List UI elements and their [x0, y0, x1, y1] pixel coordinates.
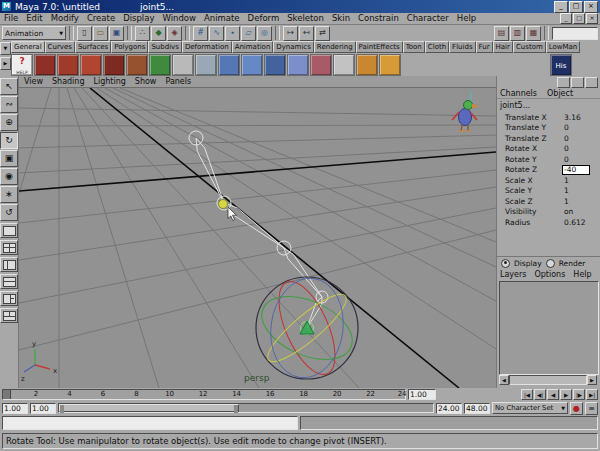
new-scene-icon[interactable]: ▯ — [77, 26, 92, 41]
channel-value-field[interactable]: 0 — [564, 123, 600, 132]
command-input[interactable] — [2, 416, 298, 430]
ik-effector-sphere[interactable] — [219, 200, 228, 209]
menu-skeleton[interactable]: Skeleton — [283, 13, 328, 24]
menu-set-dropdown[interactable]: Animation ▼ — [2, 26, 66, 40]
rotate-tool-icon[interactable]: ↻ — [0, 132, 18, 149]
panel-menu-show[interactable]: Show — [135, 77, 157, 87]
channel-node-name[interactable]: joint5... — [497, 100, 600, 112]
statusline-divider[interactable] — [185, 26, 190, 40]
shelf-item-icon[interactable] — [57, 54, 79, 76]
step-forward-button[interactable]: |▶ — [573, 389, 585, 400]
shelf-item-icon[interactable] — [172, 54, 194, 76]
shelf-item-icon[interactable] — [126, 54, 148, 76]
channel-name[interactable]: Rotate Y — [505, 155, 564, 164]
auto-keyframe-icon[interactable]: ● — [570, 402, 583, 415]
shelf-item-icon[interactable] — [264, 54, 286, 76]
menu-deform[interactable]: Deform — [244, 13, 284, 24]
go-to-end-button[interactable]: ▶| — [586, 389, 598, 400]
move-tool-icon[interactable]: ⊕ — [0, 114, 18, 131]
shelf-tab-polygons[interactable]: Polygons — [111, 41, 148, 53]
shelf-tab-cycle-icon[interactable]: ▶ — [0, 57, 11, 70]
channel-value-field[interactable]: 0 — [564, 155, 600, 164]
output-connections-icon[interactable]: ↤ — [299, 26, 314, 41]
play-forward-button[interactable]: ▶ — [560, 389, 572, 400]
shelf-item-icon[interactable] — [310, 54, 332, 76]
select-by-hierarchy-icon[interactable]: ∴ — [135, 26, 150, 41]
shelf-tab-dynamics[interactable]: Dynamics — [273, 41, 314, 53]
shelf-item-icon[interactable] — [103, 54, 125, 76]
channels-menu[interactable]: Channels — [500, 89, 537, 98]
channel-value-field[interactable]: 0 — [564, 134, 600, 143]
shelf-tab-hair[interactable]: Hair — [493, 41, 513, 53]
channel-name[interactable]: Translate X — [505, 113, 564, 122]
panel-menu-shading[interactable]: Shading — [52, 77, 85, 87]
shelf-tab-fur[interactable]: Fur — [476, 41, 493, 53]
layers-help-menu[interactable]: Help — [573, 270, 591, 279]
render-current-frame-icon[interactable]: ▤ — [494, 26, 509, 41]
menu-help[interactable]: Help — [453, 13, 480, 24]
shelf-item-icon[interactable] — [195, 54, 217, 76]
layers-menu[interactable]: Layers — [500, 270, 526, 279]
lasso-tool-icon[interactable]: ∾ — [0, 96, 18, 113]
range-end-handle[interactable] — [234, 405, 238, 413]
channel-value-field[interactable]: 0 — [564, 144, 600, 153]
menu-animate[interactable]: Animate — [200, 13, 244, 24]
channel-value-field[interactable]: 1 — [564, 197, 600, 206]
playback-start-field[interactable]: 1.00 — [30, 403, 56, 414]
channel-name[interactable]: Translate Z — [505, 134, 564, 143]
menu-character[interactable]: Character — [403, 13, 453, 24]
mdi-minimize-button[interactable]: _ — [560, 13, 572, 24]
scale-tool-icon[interactable]: ▣ — [0, 150, 18, 167]
shelf-tab-general[interactable]: General — [11, 41, 45, 53]
channel-name[interactable]: Translate Y — [505, 123, 564, 132]
channel-name[interactable]: Scale X — [505, 176, 564, 185]
statusline-divider[interactable] — [69, 26, 74, 40]
shelf-item-icon[interactable] — [80, 54, 102, 76]
channel-box-toggle-icon[interactable] — [585, 77, 598, 88]
skeleton-joint-chain[interactable] — [189, 131, 328, 328]
shelf-tab-lowman[interactable]: LowMan — [546, 41, 581, 53]
shelf-tab-deformation[interactable]: Deformation — [182, 41, 232, 53]
shelf-tab-cloth[interactable]: Cloth — [425, 41, 449, 53]
channel-value-field-editing[interactable]: -40 — [562, 165, 590, 175]
display-radio[interactable] — [501, 259, 510, 268]
channel-name[interactable]: Scale Y — [505, 186, 564, 195]
scrollbar-track[interactable] — [509, 375, 587, 385]
menu-display[interactable]: Display — [119, 13, 158, 24]
channel-name[interactable]: Radius — [505, 218, 564, 227]
shelf-tab-curves[interactable]: Curves — [45, 41, 75, 53]
animation-start-field[interactable]: 1.00 — [2, 403, 28, 414]
menu-create[interactable]: Create — [83, 13, 119, 24]
range-start-handle[interactable] — [60, 405, 64, 413]
animation-preferences-icon[interactable]: ≡ — [585, 402, 598, 415]
channel-name[interactable]: Rotate X — [505, 144, 564, 153]
statusline-divider[interactable] — [127, 26, 132, 40]
layout-single-pane-button[interactable] — [0, 223, 18, 238]
select-by-object-icon[interactable]: ◆ — [151, 26, 166, 41]
layer-list[interactable] — [499, 281, 599, 375]
object-menu[interactable]: Object — [547, 89, 573, 98]
step-back-button[interactable]: ◀| — [534, 389, 546, 400]
time-slider[interactable]: 2 4 6 8 10 12 14 16 18 20 22 24 — [2, 389, 406, 400]
shelf-item-icon[interactable] — [218, 54, 240, 76]
show-manipulator-tool-icon[interactable]: ∗ — [0, 186, 18, 203]
shelf-menu-icon[interactable]: ▼ — [0, 42, 11, 55]
channel-value-field[interactable]: 1 — [564, 186, 600, 195]
range-slider-track[interactable] — [58, 403, 434, 413]
play-backward-button[interactable]: ◀ — [547, 389, 559, 400]
character-set-dropdown[interactable]: No Character Set ▼ — [492, 402, 568, 414]
tool-settings-toggle-icon[interactable] — [571, 77, 584, 88]
shelf-tab-painteffects[interactable]: PaintEffects — [356, 41, 403, 53]
shelf-help-icon[interactable]: ? HELP — [11, 54, 33, 76]
shelf-tab-toon[interactable]: Toon — [403, 41, 425, 53]
construction-history-icon[interactable]: ⇄ — [315, 26, 330, 41]
channel-value-field[interactable]: on — [564, 207, 600, 216]
channel-value-field[interactable]: 1 — [564, 176, 600, 185]
panel-menu-lighting[interactable]: Lighting — [93, 77, 125, 87]
mdi-restore-button[interactable]: □ — [573, 13, 585, 24]
shelf-tab-fluids[interactable]: Fluids — [449, 41, 475, 53]
statusline-divider[interactable] — [275, 26, 280, 40]
menu-window[interactable]: Window — [158, 13, 200, 24]
scroll-right-icon[interactable]: ▶ — [587, 375, 597, 385]
shelf-tab-subdivs[interactable]: Subdivs — [148, 41, 182, 53]
